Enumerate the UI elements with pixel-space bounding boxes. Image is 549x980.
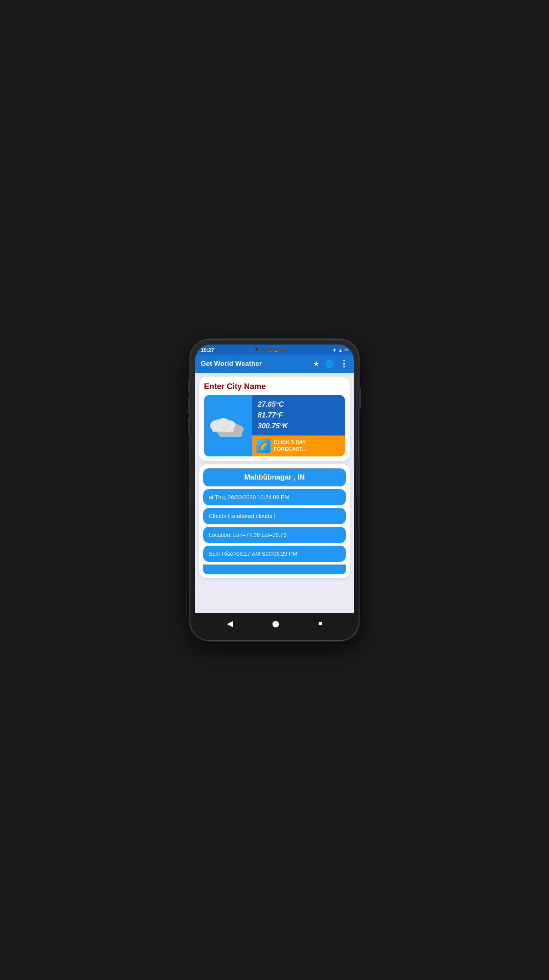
speaker — [262, 349, 287, 351]
recent-button[interactable]: ■ — [314, 618, 326, 629]
star-button[interactable]: ★ — [313, 359, 319, 368]
weather-right: 27.65°C 81.77°F 300.75°K 🌈 CLICK 5 DAY F… — [252, 395, 345, 456]
datetime-row: at Thu, 26/03/2020 10:24:09 PM — [203, 489, 346, 505]
wifi-icon: ▼ — [332, 348, 337, 353]
globe-button[interactable]: 🌐 — [325, 359, 334, 368]
status-icons: ▼ ▲ ▭ — [332, 347, 348, 353]
weather-display: 27.65°C 81.77°F 300.75°K 🌈 CLICK 5 DAY F… — [204, 395, 345, 456]
temp-fahrenheit: 81.77°F — [258, 410, 339, 421]
app-bar: Get World Weather ★ 🌐 ⋮ — [195, 355, 354, 373]
temp-kelvin: 300.75°K — [258, 421, 339, 432]
power-button — [359, 388, 361, 408]
battery-icon: ▭ — [344, 347, 348, 353]
camera — [254, 347, 258, 351]
forecast-icon: 🌈 — [256, 439, 270, 453]
assistant-button — [188, 418, 190, 434]
nav-bar: ◀ ⬤ ■ — [195, 613, 354, 635]
bottom-spacer — [203, 565, 346, 574]
volume-up-button — [188, 380, 190, 392]
signal-icon: ▲ — [338, 348, 343, 353]
phone-screen: 10:27 ▲ ◎ ▼ ▲ ▭ Get World Weather ★ 🌐 ⋮ — [195, 345, 354, 635]
forecast-button[interactable]: 🌈 CLICK 5 DAY FORECAST... — [252, 436, 345, 456]
home-button[interactable]: ⬤ — [268, 618, 283, 629]
back-button[interactable]: ◀ — [223, 617, 237, 630]
temp-box: 27.65°C 81.77°F 300.75°K — [252, 395, 345, 436]
cloud-icon — [209, 410, 247, 442]
info-card: Mahbūbnagar , IN at Thu, 26/03/2020 10:2… — [199, 464, 350, 578]
temp-celsius: 27.65°C — [258, 399, 339, 410]
city-row: Mahbūbnagar , IN — [203, 468, 346, 486]
app-bar-icons: ★ 🌐 ⋮ — [313, 359, 348, 369]
search-card: Enter City Name — [199, 377, 350, 461]
forecast-label: CLICK 5 DAY FORECAST... — [274, 439, 306, 453]
cloud-icon-area — [204, 395, 252, 456]
menu-button[interactable]: ⋮ — [339, 359, 348, 369]
status-time: 10:27 — [201, 347, 214, 353]
location-row: Location: Lon=77.98 Lat=16.73 — [203, 527, 346, 543]
weather-row: Clouds ( scattered clouds ) — [203, 508, 346, 524]
app-title: Get World Weather — [201, 360, 313, 368]
sun-row: Sun: Rise=06:17 AM Set=06:29 PM — [203, 546, 346, 562]
main-content: Enter City Name — [195, 373, 354, 613]
volume-down-button — [188, 398, 190, 414]
phone-frame: 10:27 ▲ ◎ ▼ ▲ ▭ Get World Weather ★ 🌐 ⋮ — [190, 340, 359, 640]
search-label: Enter City Name — [204, 382, 345, 391]
